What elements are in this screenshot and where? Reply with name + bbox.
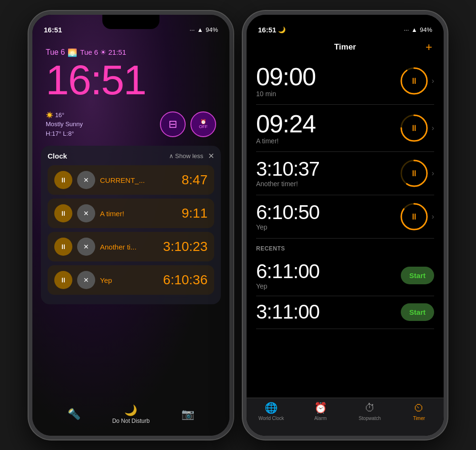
recent-timer-time-1: 6:11:00	[256, 261, 401, 281]
pause-circle-3[interactable]: ⏸	[399, 159, 429, 188]
case-icon: ⊟	[169, 118, 177, 130]
start-button-2[interactable]: Start	[401, 303, 434, 321]
camera-button[interactable]: 📷	[181, 408, 194, 420]
flashlight-button[interactable]: 🔦	[68, 408, 80, 420]
alarm-widget-off[interactable]: ⏰ OFF	[190, 111, 216, 137]
timer-value-2: 9:11	[182, 206, 208, 221]
recent-timer-time-2: 3:11:00	[256, 302, 401, 322]
timer-tab-label: Timer	[413, 416, 425, 421]
timer-value-3: 3:10:23	[163, 239, 208, 254]
timer-value-4: 6:10:36	[163, 272, 208, 288]
timer-pause-btn-4[interactable]: ⏸	[54, 271, 72, 289]
pause-circle-4[interactable]: ⏸	[399, 202, 429, 231]
lock-timer-row-2: ⏸ ✕ A timer! 9:11	[48, 199, 214, 228]
lock-bottom-bar: 🔦 🌙 Do Not Disturb 📷	[32, 404, 229, 424]
app-status-time: 16:51	[258, 26, 276, 34]
lock-timer-row-4: ⏸ ✕ Yep 6:10:36	[48, 265, 214, 295]
pause-circle-2[interactable]: ⏸	[399, 113, 429, 143]
signal-dots: ···	[189, 26, 195, 33]
app-status-icons: ··· ▲ 94%	[404, 26, 432, 33]
dnd-button[interactable]: 🌙 Do Not Disturb	[112, 404, 150, 424]
timer-value-1: 8:47	[182, 172, 208, 188]
app-header: Timer +	[247, 39, 444, 58]
timer-label-2: A timer!	[100, 210, 177, 218]
app-wifi-icon: ▲	[411, 26, 417, 33]
active-timer-time-3: 3:10:37	[256, 159, 399, 179]
app-signal-dots: ···	[404, 26, 409, 33]
notif-close-button[interactable]: ✕	[208, 151, 214, 160]
notif-title: Clock	[48, 152, 67, 160]
recent-timer-1: 6:11:00 Yep Start	[256, 256, 434, 296]
tab-alarm[interactable]: ⏰ Alarm	[296, 402, 346, 421]
app-battery-icon: 94%	[420, 26, 432, 33]
sunrise-icon: 🌅	[68, 48, 77, 57]
timer-list: 09:00 10 min ⏸ › 09:24	[247, 58, 444, 398]
alarm-tab-icon: ⏰	[314, 402, 327, 414]
chevron-2: ›	[432, 124, 434, 132]
recent-timer-label-1: Yep	[256, 282, 401, 290]
moon-indicator: 🌙	[278, 26, 286, 33]
alarm-icon: ⏰	[200, 119, 206, 124]
day-text: Tue 6	[46, 48, 65, 57]
alarm-widgets: ⊟ ⏰ OFF	[160, 111, 216, 137]
tab-timer[interactable]: ⏲ Timer	[395, 402, 444, 421]
tab-bar: 🌐 World Clock ⏰ Alarm ⏱ Stopwatch ⏲ Time…	[247, 398, 444, 436]
sun-icon: ☀️	[46, 111, 53, 119]
stopwatch-tab-label: Stopwatch	[358, 416, 381, 421]
world-clock-label: World Clock	[258, 416, 284, 421]
stopwatch-tab-icon: ⏱	[365, 402, 375, 414]
show-less-button[interactable]: ∧ Show less	[169, 152, 203, 160]
recents-header: RECENTS	[256, 239, 434, 256]
timer-close-btn-1[interactable]: ✕	[77, 171, 95, 189]
lock-widgets-row: ☀️ 16° Mostly Sunny H:17° L:8° ⊟ ⏰ OFF	[32, 101, 229, 139]
app-header-title: Timer	[334, 42, 356, 52]
lock-timer-row-1: ⏸ ✕ CURRENT_... 8:47	[48, 165, 214, 195]
lock-date: Tue 6 🌅 Tue 6 ☀ 21:51	[46, 48, 216, 57]
left-phone: 16:51 ··· ▲ 94% Tue 6 🌅 Tue 6 ☀ 21:51 16…	[29, 11, 233, 440]
add-timer-button[interactable]: +	[426, 40, 432, 54]
small-time: Tue 6 ☀ 21:51	[80, 48, 126, 57]
active-timer-time-1: 09:00	[256, 64, 399, 89]
chevron-3: ›	[432, 169, 434, 178]
pause-circle-1[interactable]: ⏸	[399, 66, 429, 96]
timer-pause-btn-3[interactable]: ⏸	[54, 238, 72, 256]
active-timer-time-4: 6:10:50	[256, 202, 399, 222]
active-timer-1: 09:00 10 min ⏸ ›	[256, 58, 434, 105]
notif-header: Clock ∧ Show less ✕	[48, 151, 214, 160]
flashlight-icon: 🔦	[68, 408, 80, 420]
weather-condition: Mostly Sunny	[46, 120, 83, 129]
active-timer-2: 09:24 A timer! ⏸ ›	[256, 105, 434, 152]
pause-icon-2: ⏸	[410, 123, 418, 133]
lock-status-time: 16:51	[44, 26, 62, 34]
pause-icon-1: ⏸	[410, 76, 418, 86]
active-timer-label-3: Another timer!	[256, 180, 399, 188]
timer-pause-btn-1[interactable]: ⏸	[54, 171, 72, 189]
lock-main-time: 16:51	[46, 59, 216, 101]
active-timer-label-2: A timer!	[256, 137, 399, 145]
pause-icon-4: ⏸	[410, 211, 418, 221]
timer-label-3: Another ti...	[100, 243, 159, 251]
timer-tab-icon: ⏲	[414, 402, 424, 414]
weather-temp: ☀️ 16°	[46, 110, 83, 120]
timer-close-btn-4[interactable]: ✕	[77, 271, 95, 289]
tab-stopwatch[interactable]: ⏱ Stopwatch	[345, 402, 395, 421]
lock-status-icons: ··· ▲ 94%	[189, 26, 218, 33]
active-timer-3: 3:10:37 Another timer! ⏸ ›	[256, 152, 434, 195]
lock-date-area: Tue 6 🌅 Tue 6 ☀ 21:51 16:51	[32, 39, 229, 101]
chevron-1: ›	[432, 77, 434, 85]
timer-pause-btn-2[interactable]: ⏸	[54, 204, 72, 222]
recent-timer-2: 3:11:00 Start	[256, 296, 434, 329]
right-phone: 16:51 🌙 ··· ▲ 94% Timer + 09:00	[243, 11, 447, 440]
lock-screen: 16:51 ··· ▲ 94% Tue 6 🌅 Tue 6 ☀ 21:51 16…	[32, 15, 229, 436]
timer-label-4: Yep	[100, 276, 159, 284]
chevron-4: ›	[432, 212, 434, 221]
timer-close-btn-2[interactable]: ✕	[77, 204, 95, 222]
tab-world-clock[interactable]: 🌐 World Clock	[247, 402, 296, 421]
wifi-icon: ▲	[197, 26, 203, 33]
dnd-label: Do Not Disturb	[112, 418, 150, 424]
weather-range: H:17° L:8°	[46, 129, 83, 139]
timer-close-btn-3[interactable]: ✕	[77, 238, 95, 256]
alarm-widget-btn[interactable]: ⊟	[160, 111, 186, 137]
weather-widget: ☀️ 16° Mostly Sunny H:17° L:8°	[46, 110, 83, 139]
start-button-1[interactable]: Start	[401, 267, 434, 284]
